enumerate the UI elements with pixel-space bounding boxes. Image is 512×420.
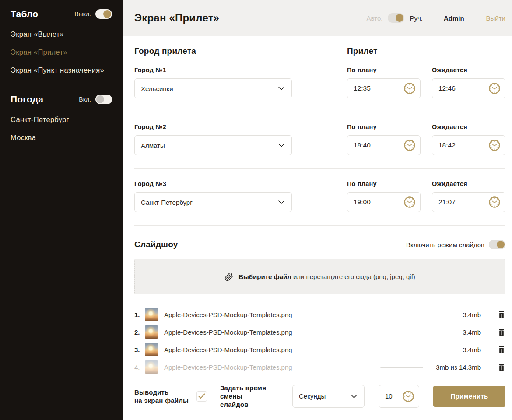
footer-controls: Выводить на экран файлы Задать время сме…	[134, 384, 505, 409]
planned-label: По плану	[347, 66, 421, 74]
trash-icon	[498, 364, 505, 371]
paperclip-icon	[224, 272, 233, 282]
trash-icon	[498, 311, 505, 318]
file-size: 3.4mb	[433, 346, 481, 354]
sidebar-section-weather: Погода Вкл. Санкт-Петербург Москва	[0, 94, 123, 147]
planned-label: По плану	[347, 180, 421, 187]
city-row-2: Город №2 Алматы По плану Ожидается	[134, 123, 505, 155]
file-row: 3. Apple-Devices-PSD-Mockup-Templates.pn…	[134, 341, 505, 358]
slideshow-toggle-label: Включить режим слайдов	[406, 241, 484, 248]
user-name: Admin	[444, 14, 464, 22]
file-thumbnail	[145, 343, 158, 356]
sidebar-title-tablo: Табло	[11, 9, 38, 19]
delete-file-button[interactable]	[498, 311, 505, 318]
planned-label: По плану	[347, 123, 421, 130]
slideshow-heading: Слайдшоу	[134, 240, 178, 249]
chevron-down-icon	[278, 87, 284, 91]
sidebar-item-moscow[interactable]: Москва	[11, 129, 112, 147]
clock-icon	[488, 82, 501, 94]
file-thumbnail	[145, 360, 158, 374]
sidebar-item-destination-screen[interactable]: Экран «Пункт назначения»	[11, 61, 112, 79]
city-2-label: Город №2	[134, 123, 292, 130]
file-size: 3.4mb	[433, 311, 481, 318]
divider	[134, 225, 505, 226]
clock-icon	[488, 139, 501, 151]
city-select-1[interactable]: Хельсинки	[134, 78, 292, 98]
topbar: Экран «Прилет» Авто. Руч. Admin Выйти	[123, 0, 512, 36]
delete-file-button[interactable]	[498, 363, 505, 371]
chevron-down-icon	[351, 394, 357, 398]
file-thumbnail	[145, 308, 158, 321]
tablo-toggle[interactable]	[95, 9, 112, 19]
file-name: Apple-Devices-PSD-Mockup-Templates.png	[164, 364, 380, 371]
delete-file-button[interactable]	[498, 328, 505, 336]
file-row: 2. Apple-Devices-PSD-Mockup-Templates.pn…	[134, 323, 505, 341]
clock-icon	[402, 390, 414, 402]
file-name: Apple-Devices-PSD-Mockup-Templates.png	[164, 329, 433, 336]
sidebar-item-arrival-screen[interactable]: Экран «Прилет»	[11, 43, 112, 61]
interval-unit-select[interactable]: Секунды	[292, 385, 365, 408]
mode-auto-label: Авто.	[367, 14, 383, 22]
file-upload-dropzone[interactable]: Выбирите файл или перетащите его сюда (p…	[134, 259, 505, 294]
file-list: 1. Apple-Devices-PSD-Mockup-Templates.pn…	[134, 306, 505, 376]
city-3-label: Город №3	[134, 180, 292, 187]
sidebar-title-weather: Погода	[11, 94, 43, 105]
file-row: 1. Apple-Devices-PSD-Mockup-Templates.pn…	[134, 306, 505, 323]
clock-icon	[403, 82, 416, 94]
trash-icon	[498, 346, 505, 354]
file-thumbnail	[145, 326, 158, 339]
clock-icon	[488, 196, 501, 208]
chevron-down-icon	[278, 200, 284, 204]
city-1-label: Город №1	[134, 66, 292, 74]
weather-toggle[interactable]	[95, 94, 112, 104]
upload-progress-bar	[380, 367, 423, 368]
city-select-2[interactable]: Алматы	[134, 135, 292, 155]
file-name: Apple-Devices-PSD-Mockup-Templates.png	[164, 346, 433, 354]
file-name: Apple-Devices-PSD-Mockup-Templates.png	[164, 311, 433, 318]
city-row-1: Город №1 Хельсинки По плану Ожидается	[134, 66, 505, 98]
file-size: 3.4mb	[433, 329, 481, 336]
trash-icon	[498, 329, 505, 336]
checkmark-icon	[198, 393, 205, 399]
city-row-3: Город №3 Санкт-Петербург По плану Ожидае…	[134, 180, 505, 212]
slideshow-toggle[interactable]	[489, 240, 505, 249]
clock-icon	[403, 139, 416, 151]
mode-toggle[interactable]	[388, 13, 404, 23]
city-select-3[interactable]: Санкт-Петербург	[134, 192, 292, 212]
divider	[134, 168, 505, 169]
upload-hint: Выбирите файл или перетащите его сюда (p…	[238, 273, 415, 280]
cities-heading: Город прилета	[134, 46, 292, 56]
slide-interval-label: Задать время смены слайдов	[220, 384, 286, 409]
file-row-uploading: 4. Apple-Devices-PSD-Mockup-Templates.pn…	[134, 358, 505, 376]
content: Город прилета Прилет Город №1 Хельсинки …	[123, 36, 512, 420]
tablo-toggle-label: Выкл.	[74, 10, 91, 18]
arrival-heading: Прилет	[347, 46, 505, 56]
mode-manual-label: Руч.	[410, 14, 423, 22]
delete-file-button[interactable]	[498, 346, 505, 354]
sidebar-item-spb[interactable]: Санкт-Петербург	[11, 111, 112, 129]
display-files-checkbox[interactable]	[196, 391, 207, 402]
clock-icon	[403, 196, 416, 208]
file-size: 3mb из 14.3mb	[433, 364, 481, 371]
logout-link[interactable]: Выйти	[486, 14, 505, 22]
divider	[134, 112, 505, 112]
sidebar-item-departure-screen[interactable]: Экран «Вылет»	[11, 25, 112, 43]
expected-label: Ожидается	[432, 180, 505, 187]
weather-toggle-label: Вкл.	[79, 96, 91, 103]
expected-label: Ожидается	[432, 123, 505, 130]
display-files-label: Выводить на экран файлы	[134, 388, 190, 405]
sidebar: Табло Выкл. Экран «Вылет» Экран «Прилет»…	[0, 0, 123, 420]
chevron-down-icon	[278, 144, 284, 147]
sidebar-section-tablo: Табло Выкл. Экран «Вылет» Экран «Прилет»…	[0, 9, 123, 79]
apply-button[interactable]: Применить	[433, 386, 505, 407]
page-title: Экран «Прилет»	[134, 12, 219, 24]
expected-label: Ожидается	[432, 66, 505, 74]
